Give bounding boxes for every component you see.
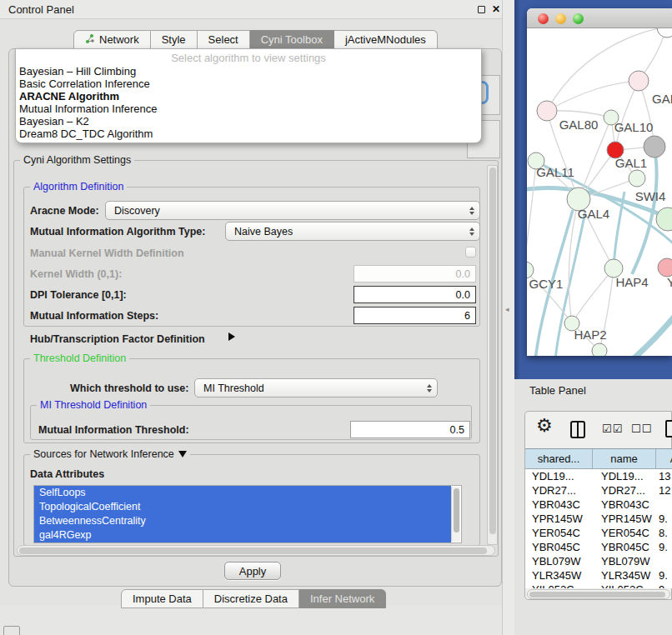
- table-toolbar: ⚙ ☑☑ ☐☐: [524, 415, 672, 447]
- sources-group-title-text: Sources for Network Inference: [33, 448, 174, 460]
- table-cell: YBR045C: [593, 540, 656, 554]
- tab-jactivemnodules[interactable]: jActiveMNodules: [334, 30, 438, 49]
- tab-cyni-toolbox[interactable]: Cyni Toolbox: [250, 30, 334, 49]
- table-horizontal-scrollbar[interactable]: [527, 589, 670, 599]
- attributes-scrollbar[interactable]: [451, 487, 460, 542]
- minimize-traffic-light-icon[interactable]: [555, 13, 566, 24]
- algorithm-option-bayesian-k2[interactable]: Bayesian – K2: [16, 115, 481, 128]
- network-window-titlebar[interactable]: [527, 8, 672, 28]
- mi-algorithm-type-select[interactable]: Naive Bayes: [225, 222, 480, 241]
- panel-splitter[interactable]: [502, 0, 514, 635]
- table-cell: [656, 498, 672, 512]
- hub-definition-label[interactable]: Hub/Transcription Factor Definition: [30, 333, 205, 345]
- column-header-a[interactable]: A: [656, 449, 672, 468]
- network-edge: [527, 161, 536, 270]
- network-node-y[interactable]: [658, 258, 672, 277]
- apply-button[interactable]: Apply: [224, 562, 281, 580]
- bottom-left-panel-icon[interactable]: [3, 626, 20, 635]
- algorithm-option-aracne-algorithm[interactable]: ARACNE Algorithm: [16, 90, 481, 102]
- aracne-mode-select[interactable]: Discovery: [105, 201, 480, 220]
- settings-vscroll-thumb[interactable]: [489, 168, 496, 534]
- which-threshold-select[interactable]: MI Threshold: [194, 378, 438, 398]
- document-icon[interactable]: [665, 420, 672, 438]
- table-row[interactable]: YPR145WYPR145W9.: [525, 512, 672, 526]
- column-header-shared[interactable]: shared...: [525, 449, 593, 468]
- table-row[interactable]: YBR045CYBR045C9.: [525, 540, 672, 554]
- tab-style[interactable]: Style: [151, 30, 198, 49]
- network-node-gal1[interactable]: [629, 170, 645, 187]
- network-node-gal80[interactable]: [537, 101, 557, 121]
- algorithm-option-basic-correlation-inference[interactable]: Basic Correlation Inference: [16, 78, 481, 90]
- application-screen: Control Panel ✕ NetworkStyleSelectCyni T…: [0, 0, 672, 635]
- table-body: YDL19...YDL19...13YDR27...YDR27...12YBR0…: [525, 469, 672, 588]
- page-title: Control Panel: [8, 3, 74, 16]
- attribute-item-gal4rgexp[interactable]: gal4RGexp: [34, 528, 451, 542]
- table-cell: YPR145W: [525, 512, 593, 526]
- network-node[interactable]: [644, 136, 665, 158]
- node-label-gal11: GAL11: [536, 165, 574, 179]
- gear-icon[interactable]: ⚙: [536, 415, 553, 437]
- table-row[interactable]: YBR043CYBR043C: [525, 498, 672, 512]
- mi-threshold-definition-title: MI Threshold Definition: [37, 399, 150, 411]
- table-row[interactable]: YBL079WYBL079W: [525, 554, 672, 568]
- node-label-hap4: HAP4: [615, 275, 648, 289]
- data-attributes-list[interactable]: SelfLoopsTopologicalCoefficientBetweenne…: [33, 485, 462, 543]
- network-node-gcy1[interactable]: [527, 262, 534, 278]
- dpi-tolerance-input[interactable]: [354, 286, 476, 303]
- table-row[interactable]: YLR345WYLR345W9.: [525, 568, 672, 582]
- node-label-gal10: GAL10: [614, 120, 654, 134]
- network-node-gal7[interactable]: [629, 71, 649, 91]
- hide-columns-icon[interactable]: ☐☐: [631, 422, 652, 435]
- tab-select[interactable]: Select: [198, 30, 250, 49]
- table-cell: YIL052C: [525, 582, 593, 588]
- table-row[interactable]: YDL19...YDL19...13: [525, 469, 672, 483]
- network-node[interactable]: [657, 28, 672, 38]
- close-icon[interactable]: ✕: [492, 3, 500, 15]
- tab-discretize-data[interactable]: Discretize Data: [203, 589, 299, 608]
- table-row[interactable]: YER054CYER054C8.: [525, 526, 672, 540]
- algorithm-option-mutual-information-inference[interactable]: Mutual Information Inference: [16, 102, 481, 115]
- settings-vertical-scrollbar[interactable]: [487, 165, 498, 545]
- tab-infer-network[interactable]: Infer Network: [299, 589, 386, 608]
- tab-impute-data[interactable]: Impute Data: [121, 589, 203, 608]
- kernel-width-input[interactable]: [354, 265, 476, 282]
- table-row[interactable]: YIL052CYIL052C9: [525, 582, 672, 588]
- threshold-definition-title: Threshold Definition: [30, 352, 129, 364]
- attribute-item-topologicalcoefficient[interactable]: TopologicalCoefficient: [34, 500, 451, 514]
- show-columns-icon[interactable]: ☑☑: [602, 422, 623, 435]
- table-cell: YDL19...: [525, 469, 593, 483]
- network-view-frame: GALGAL80GAL10GAL1GAL11SWI4GAL4GCY1HAP4YH…: [514, 0, 672, 379]
- which-threshold-label: Which threshold to use:: [70, 382, 188, 394]
- network-node[interactable]: [592, 343, 607, 356]
- node-label-y: Y: [667, 275, 672, 289]
- tab-network[interactable]: Network: [73, 30, 151, 49]
- split-view-icon[interactable]: [570, 421, 585, 438]
- algorithm-dropdown-placeholder: Select algorithm to view settings: [16, 51, 481, 65]
- algorithm-option-bayesian-hill-climbing[interactable]: Bayesian – Hill Climbing: [16, 65, 481, 78]
- attribute-item-selfloops[interactable]: SelfLoops: [34, 486, 451, 500]
- close-traffic-light-icon[interactable]: [538, 13, 549, 24]
- zoom-traffic-light-icon[interactable]: [573, 13, 584, 24]
- manual-kernel-width-checkbox[interactable]: [465, 247, 476, 258]
- collapse-down-icon[interactable]: [178, 451, 187, 458]
- algorithm-option-dream8-dc-tdc-algorithm[interactable]: Dream8 DC_TDC Algorithm: [16, 128, 481, 140]
- splitter-arrow-icon[interactable]: ◂: [505, 305, 509, 313]
- table-row[interactable]: YDR27...YDR27...12: [525, 483, 672, 498]
- attribute-item-betweennesscentrality[interactable]: BetweennessCentrality: [34, 514, 451, 528]
- table-hscroll-thumb[interactable]: [529, 592, 665, 598]
- mi-threshold-input[interactable]: [350, 421, 470, 438]
- network-node-swi4[interactable]: [656, 208, 672, 231]
- table-cell: YDL19...: [593, 469, 656, 483]
- stepper-icon: [427, 384, 432, 392]
- sources-group-title[interactable]: Sources for Network Inference: [30, 448, 190, 460]
- mi-steps-input[interactable]: [354, 307, 476, 324]
- attributes-scrollbar-thumb[interactable]: [454, 488, 459, 532]
- tab-label: Select: [208, 33, 238, 46]
- network-canvas[interactable]: GALGAL80GAL10GAL1GAL11SWI4GAL4GCY1HAP4YH…: [527, 28, 672, 356]
- settings-horizontal-scrollbar[interactable]: [17, 545, 495, 556]
- column-header-name[interactable]: name: [593, 449, 656, 468]
- float-window-icon[interactable]: [478, 6, 485, 13]
- expand-right-icon[interactable]: [228, 332, 235, 341]
- table-cell: YDR27...: [525, 483, 593, 498]
- settings-hscroll-thumb[interactable]: [19, 548, 487, 554]
